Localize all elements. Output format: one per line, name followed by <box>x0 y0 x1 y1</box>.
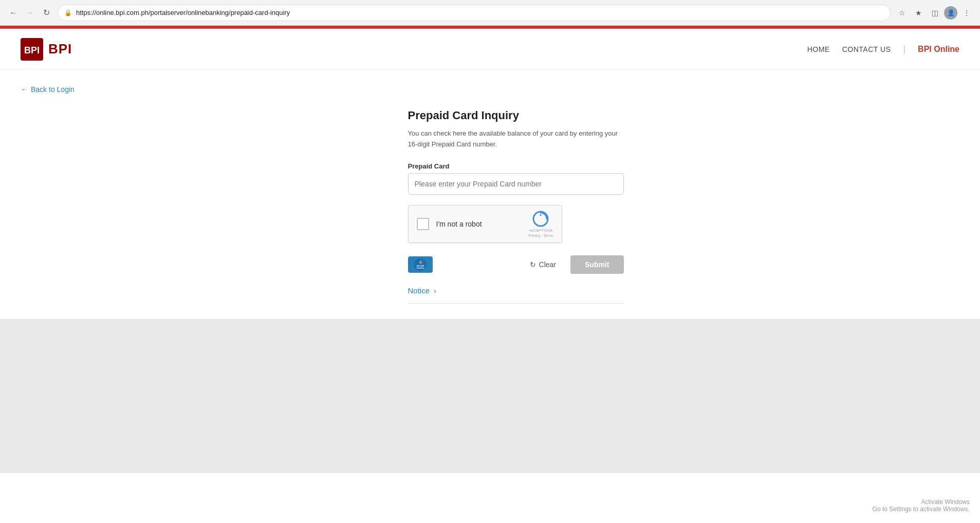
recaptcha-logo-area: reCAPTCHA Privacy - Terms <box>528 211 553 237</box>
profile-avatar[interactable]: 👤 <box>944 6 957 20</box>
svg-text:🔒: 🔒 <box>418 260 422 264</box>
notice-divider <box>408 303 624 304</box>
browser-chrome: ← → ↻ 🔒 https://online.bpi.com.ph/portal… <box>0 0 980 26</box>
win-activate-line2: Go to Settings to activate Windows. <box>873 506 970 513</box>
logo-text: BPI <box>48 41 72 57</box>
recaptcha-terms-text: Privacy - Terms <box>528 234 553 237</box>
page-content: ← Back to Login Prepaid Card Inquiry You… <box>0 70 980 319</box>
header-nav: HOME CONTACT US | BPI Online <box>807 44 959 54</box>
bpi-logo-icon: BPI <box>21 38 43 61</box>
back-to-login-link[interactable]: ← Back to Login <box>21 85 959 94</box>
bookmark-star-button[interactable]: ☆ <box>895 6 909 20</box>
nav-contact-link[interactable]: CONTACT US <box>842 45 891 53</box>
reload-button[interactable]: ↻ <box>39 6 53 20</box>
prepaid-card-label: Prepaid Card <box>408 162 624 170</box>
gray-area <box>0 319 980 473</box>
url-text: https://online.bpi.com.ph/portalserver/o… <box>76 9 290 16</box>
recaptcha-label: I'm not a robot <box>436 220 522 228</box>
notice-chevron-icon: › <box>434 286 436 295</box>
reading-list-button[interactable]: ★ <box>911 6 926 20</box>
clear-button[interactable]: ↻ Clear <box>524 256 562 273</box>
svg-text:SECURE: SECURE <box>416 265 424 267</box>
svg-text:GlobalSign: GlobalSign <box>416 267 424 269</box>
forward-button[interactable]: → <box>23 6 37 20</box>
site-wrapper: BPI BPI HOME CONTACT US | BPI Online ← B… <box>0 29 980 523</box>
site-header: BPI BPI HOME CONTACT US | BPI Online <box>0 29 980 70</box>
bpi-online-brand: BPI Online <box>918 45 959 54</box>
clear-icon: ↻ <box>530 260 536 269</box>
windows-activate-notice: Activate Windows Go to Settings to activ… <box>873 498 970 513</box>
brand-online-text: Online <box>932 45 959 53</box>
recaptcha-brand-text: reCAPTCHA <box>529 228 552 233</box>
back-to-login-label: Back to Login <box>31 85 75 94</box>
recaptcha-logo-icon <box>532 211 549 227</box>
lock-icon: 🔒 <box>64 9 72 16</box>
action-row: 🔒 SECURE GlobalSign ↻ Clear Submit <box>408 255 624 274</box>
brand-bpi-text: BPI <box>918 45 932 53</box>
back-button[interactable]: ← <box>6 6 21 20</box>
back-arrow-icon: ← <box>21 85 28 94</box>
form-section: Prepaid Card Inquiry You can check here … <box>357 109 624 304</box>
secure-badge: 🔒 SECURE GlobalSign <box>408 256 515 273</box>
recaptcha-widget[interactable]: I'm not a robot reCAPTCHA Privacy - Term… <box>408 205 562 243</box>
nav-buttons: ← → ↻ <box>6 6 53 20</box>
extensions-button[interactable]: ◫ <box>928 6 942 20</box>
recaptcha-checkbox[interactable] <box>417 218 429 230</box>
menu-button[interactable]: ⋮ <box>959 6 974 20</box>
notice-link[interactable]: Notice › <box>408 286 624 295</box>
prepaid-card-input[interactable] <box>408 173 624 195</box>
win-activate-line1: Activate Windows <box>873 498 970 506</box>
clear-label: Clear <box>539 260 556 269</box>
page-description: You can check here the available balance… <box>408 128 624 150</box>
browser-actions: ☆ ★ ◫ 👤 ⋮ <box>895 6 974 20</box>
nav-home-link[interactable]: HOME <box>807 45 830 53</box>
svg-text:BPI: BPI <box>24 45 40 55</box>
submit-button[interactable]: Submit <box>570 255 623 274</box>
logo-area: BPI BPI <box>21 38 72 61</box>
secure-globalsign-icon: 🔒 SECURE GlobalSign <box>408 256 433 273</box>
address-bar[interactable]: 🔒 https://online.bpi.com.ph/portalserver… <box>58 5 891 21</box>
notice-label: Notice <box>408 286 430 295</box>
nav-divider: | <box>903 44 905 54</box>
page-title: Prepaid Card Inquiry <box>408 109 624 122</box>
